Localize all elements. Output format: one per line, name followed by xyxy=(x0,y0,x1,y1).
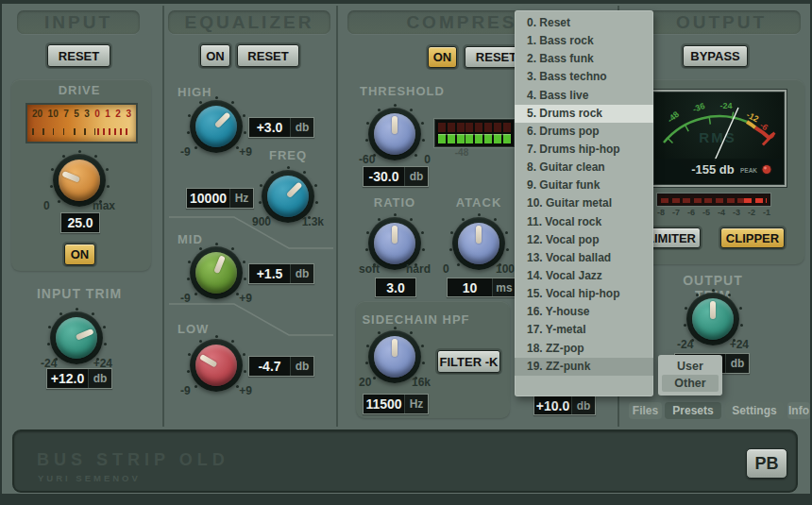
preset-menu-item-selected[interactable]: 19. ZZ-punk xyxy=(515,358,653,376)
clip-scale-tick: -8 xyxy=(657,208,665,217)
input-trim-value-box[interactable]: +12.0 db xyxy=(46,368,112,389)
knob-cap xyxy=(59,160,100,201)
drive-max-label: max xyxy=(93,199,115,212)
tab-info[interactable]: Info xyxy=(787,402,810,419)
eq-high-value: +3.0 xyxy=(249,118,290,137)
drive-label: DRIVE xyxy=(32,83,127,97)
input-section-header: INPUT xyxy=(17,10,140,34)
drive-value: 25.0 xyxy=(61,213,99,232)
preset-menu-item[interactable]: 14. Vocal Jazz xyxy=(515,267,653,285)
makeup-value: +10.0 xyxy=(534,396,571,414)
sidechain-label: SIDECHAIN HPF xyxy=(357,312,475,327)
clipper-button[interactable]: CLIPPER xyxy=(720,227,785,248)
drive-min-label: 0 xyxy=(43,199,50,212)
sidechain-value-box[interactable]: 11500 Hz xyxy=(363,394,429,414)
tab-settings[interactable]: Settings xyxy=(725,402,784,419)
attack-value-box[interactable]: 10 ms xyxy=(447,278,516,297)
eq-low-value-box[interactable]: -4.7 db xyxy=(248,356,314,377)
drive-on-button[interactable]: ON xyxy=(64,244,95,265)
ratio-knob[interactable]: soft hard xyxy=(365,214,424,273)
makeup-unit: db xyxy=(571,396,595,414)
output-clip-meter xyxy=(657,194,770,206)
knob-cap xyxy=(374,113,415,155)
preset-menu-item[interactable]: 17. Y-metal xyxy=(515,321,653,339)
eq-low-label: LOW xyxy=(178,322,209,336)
input-trim-unit: db xyxy=(88,369,111,388)
ratio-max-label: hard xyxy=(406,262,431,276)
eq-low-gain-knob[interactable]: -9 +9 xyxy=(187,336,245,395)
eq-high-value-box[interactable]: +3.0 db xyxy=(248,117,314,138)
eq-low-max-label: +9 xyxy=(239,384,252,397)
threshold-unit: db xyxy=(404,167,428,186)
vu-scale--48: -48 xyxy=(666,109,681,125)
preset-menu-item[interactable]: 1. Bass rock xyxy=(515,32,653,50)
eq-high-gain-knob[interactable]: -9 +9 xyxy=(187,97,245,156)
knob-cap xyxy=(195,106,237,147)
preset-menu-item[interactable]: 18. ZZ-pop xyxy=(515,340,653,358)
drive-knob[interactable]: 0 max xyxy=(50,151,109,210)
knob-cap xyxy=(56,317,97,359)
knob-cap xyxy=(267,176,309,217)
threshold-value-box[interactable]: -30.0 db xyxy=(363,166,429,187)
gr-meter-row-red xyxy=(438,123,511,132)
vu-scale--24: -24 xyxy=(719,101,732,110)
submenu-item-other[interactable]: Other xyxy=(662,375,719,392)
drive-scale-tick: 20 xyxy=(32,109,42,119)
makeup-value-box[interactable]: +10.0 db xyxy=(533,396,596,415)
attack-min-label: 0 xyxy=(443,262,449,276)
eq-mid-gain-knob[interactable]: -9 +9 xyxy=(187,244,245,302)
preset-menu-item[interactable]: 6. Drums pop xyxy=(515,123,653,141)
drive-scale-tick: 7 xyxy=(63,109,69,119)
tab-presets[interactable]: Presets xyxy=(665,402,721,419)
preset-menu-item-hovered[interactable]: 5. Drums rock xyxy=(515,105,653,123)
preset-menu-item[interactable]: 4. Bass live xyxy=(515,87,653,105)
submenu-item-user[interactable]: User xyxy=(658,358,722,375)
preset-menu-item[interactable]: 13. Vocal ballad xyxy=(515,249,653,267)
knob-pointer xyxy=(392,339,398,357)
vu-meter: -48 -36 -24 -12 -6 0 RMS -155 db PEAK xyxy=(651,90,787,187)
knob-pointer xyxy=(392,226,398,244)
eq-freq-min-label: 900 xyxy=(252,215,271,228)
preset-menu-item[interactable]: 0. Reset xyxy=(515,14,653,32)
threshold-max-label: 0 xyxy=(424,153,431,166)
knob-pointer xyxy=(76,328,94,341)
pb-button[interactable]: PB xyxy=(746,448,787,479)
eq-reset-button[interactable]: RESET xyxy=(237,44,299,67)
sidechain-filter-button[interactable]: FILTER -K xyxy=(437,350,500,373)
preset-menu-item[interactable]: 15. Vocal hip-hop xyxy=(515,285,653,303)
preset-menu-item[interactable]: 10. Guitar metal xyxy=(515,194,653,212)
eq-mid-value-box[interactable]: +1.5 db xyxy=(248,263,314,284)
input-reset-button[interactable]: RESET xyxy=(47,44,110,67)
output-trim-unit: db xyxy=(725,354,749,373)
threshold-knob[interactable]: -60 0 xyxy=(365,105,424,163)
clip-meter-segments-lit xyxy=(744,198,767,203)
output-section-header: OUTPUT xyxy=(642,10,801,34)
ratio-value-box[interactable]: 3.0 xyxy=(375,278,416,297)
compressor-on-button[interactable]: ON xyxy=(428,46,457,68)
tab-files[interactable]: Files xyxy=(629,402,662,419)
preset-menu-item[interactable]: 2. Bass funk xyxy=(515,50,653,68)
drive-meter-scale: 20 10 7 5 3 0 1 2 3 xyxy=(27,105,136,119)
sidechain-hpf-knob[interactable]: 20 16k xyxy=(365,328,424,386)
bypass-button[interactable]: BYPASS xyxy=(683,45,748,67)
output-trim-knob[interactable]: -24 +24 xyxy=(684,290,742,348)
preset-menu-item[interactable]: 11. Vocal rock xyxy=(515,213,653,231)
preset-menu-item[interactable]: 16. Y-house xyxy=(515,303,653,321)
eq-high-freq-knob[interactable]: 900 1.3k xyxy=(259,167,317,226)
clip-scale-tick: -4 xyxy=(718,208,725,217)
eq-freq-max-label: 1.3k xyxy=(302,215,324,228)
drive-value-box[interactable]: 25.0 xyxy=(60,212,100,233)
divider xyxy=(336,6,338,427)
preset-menu-item[interactable]: 3. Bass techno xyxy=(515,68,653,86)
eq-high-max-label: +9 xyxy=(239,145,252,159)
eq-freq-value-box[interactable]: 10000 Hz xyxy=(186,188,254,209)
preset-menu-item[interactable]: 7. Drums hip-hop xyxy=(515,141,653,159)
attack-knob[interactable]: 0 100 xyxy=(449,214,508,273)
threshold-min-label: -60 xyxy=(359,153,375,166)
eq-mid-min-label: -9 xyxy=(180,292,191,305)
preset-menu-item[interactable]: 9. Guitar funk xyxy=(515,177,653,194)
eq-on-button[interactable]: ON xyxy=(200,44,230,67)
input-trim-knob[interactable]: -24 +24 xyxy=(47,309,106,367)
preset-menu-item[interactable]: 12. Vocal pop xyxy=(515,231,653,249)
preset-menu-item[interactable]: 8. Guitar clean xyxy=(515,159,653,177)
